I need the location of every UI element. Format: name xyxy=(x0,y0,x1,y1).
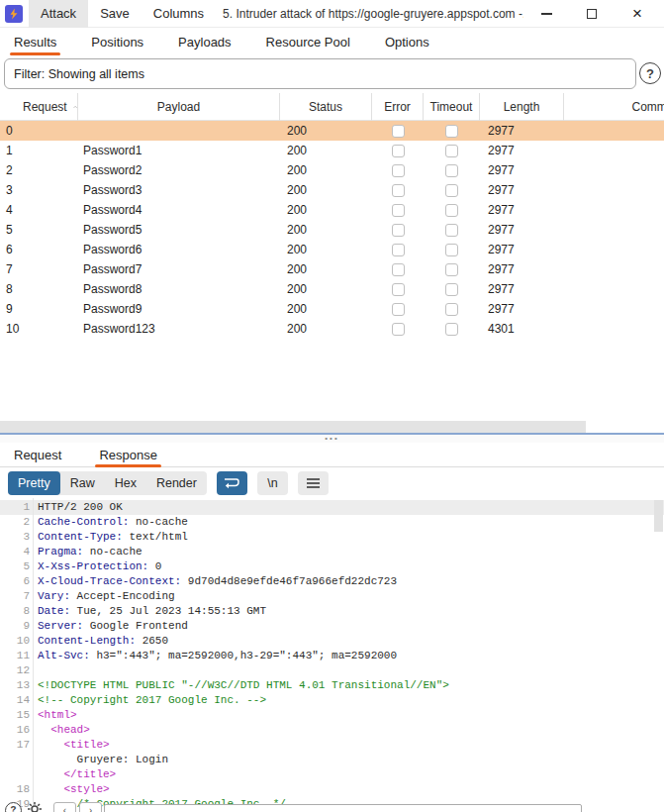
timeout-checkbox[interactable] xyxy=(445,204,458,217)
help-icon[interactable]: ? xyxy=(639,62,661,84)
tab-results[interactable]: Results xyxy=(12,28,58,55)
cell-error xyxy=(372,279,424,299)
cell-status: 200 xyxy=(280,299,372,319)
newline-toggle-button[interactable]: \n xyxy=(257,471,288,495)
view-mode-hex[interactable]: Hex xyxy=(105,471,146,495)
tab-request[interactable]: Request xyxy=(12,443,63,466)
splitter-handle-icon[interactable]: ••• xyxy=(325,435,338,443)
header-error[interactable]: Error xyxy=(372,93,424,121)
cell-payload: Password4 xyxy=(78,200,280,220)
error-checkbox[interactable] xyxy=(392,303,405,316)
table-row[interactable]: 4 Password4 200 2977 xyxy=(0,200,664,220)
tab-options[interactable]: Options xyxy=(383,28,431,55)
cell-status: 200 xyxy=(280,259,372,279)
error-checkbox[interactable] xyxy=(392,263,405,276)
menu-attack[interactable]: Attack xyxy=(29,0,88,28)
table-row[interactable]: 9 Password9 200 2977 xyxy=(0,299,664,319)
table-row[interactable]: 1 Password1 200 2977 xyxy=(0,141,664,160)
response-editor-lines: 1 HTTP/2 200 OK 2 Cache-Control: no-cach… xyxy=(0,498,664,812)
timeout-checkbox[interactable] xyxy=(445,164,458,177)
error-checkbox[interactable] xyxy=(392,204,405,217)
menu-save[interactable]: Save xyxy=(88,0,142,28)
table-row[interactable]: 0 200 2977 xyxy=(0,121,664,141)
header-length[interactable]: Length xyxy=(480,93,564,121)
search-help-icon[interactable]: ? xyxy=(5,802,22,812)
search-prev-button[interactable]: ‹ xyxy=(53,802,76,812)
gear-icon[interactable] xyxy=(27,801,43,812)
cell-status: 200 xyxy=(280,319,372,339)
timeout-checkbox[interactable] xyxy=(445,244,458,256)
error-checkbox[interactable] xyxy=(392,164,405,177)
minimize-button[interactable] xyxy=(523,0,569,28)
cell-request: 0 xyxy=(0,121,78,141)
header-payload[interactable]: Payload xyxy=(78,93,280,121)
line-content: <style> xyxy=(30,782,664,797)
menu-columns[interactable]: Columns xyxy=(142,0,216,28)
table-row[interactable]: 10 Password123 200 4301 xyxy=(0,319,664,339)
error-checkbox[interactable] xyxy=(392,184,405,197)
header-comment[interactable]: Comment xyxy=(564,93,664,121)
table-row[interactable]: 5 Password5 200 2977 xyxy=(0,220,664,240)
filter-bar[interactable]: Filter: Showing all items xyxy=(4,58,636,89)
search-next-button[interactable]: › xyxy=(79,802,102,812)
line-number: 15 xyxy=(0,708,30,723)
timeout-checkbox[interactable] xyxy=(445,145,458,157)
line-number: 8 xyxy=(0,604,30,619)
cell-error xyxy=(372,240,424,259)
response-line: 7 Vary: Accept-Encoding xyxy=(0,589,664,604)
view-mode-raw[interactable]: Raw xyxy=(60,471,105,495)
line-number: 6 xyxy=(0,574,30,589)
timeout-checkbox[interactable] xyxy=(445,323,458,336)
tab-positions[interactable]: Positions xyxy=(89,28,145,55)
view-mode-pretty[interactable]: Pretty xyxy=(8,471,60,495)
tab-response[interactable]: Response xyxy=(97,443,159,466)
error-checkbox[interactable] xyxy=(392,145,405,157)
view-mode-render[interactable]: Render xyxy=(146,471,207,495)
table-row[interactable]: 8 Password8 200 2977 xyxy=(0,279,664,299)
table-row[interactable]: 2 Password2 200 2977 xyxy=(0,160,664,180)
cell-timeout xyxy=(424,160,480,180)
line-content: Server: Google Frontend xyxy=(30,619,664,634)
response-editor[interactable]: 1 HTTP/2 200 OK 2 Cache-Control: no-cach… xyxy=(0,498,664,812)
close-button[interactable]: × xyxy=(615,0,660,28)
header-status[interactable]: Status xyxy=(280,93,372,121)
error-checkbox[interactable] xyxy=(392,125,405,138)
cell-error xyxy=(372,160,424,180)
response-line: 14 <!-- Copyright 2017 Google Inc. --> xyxy=(0,693,664,708)
table-row[interactable]: 3 Password3 200 2977 xyxy=(0,180,664,200)
cell-error xyxy=(372,220,424,240)
table-row[interactable]: 7 Password7 200 2977 xyxy=(0,259,664,279)
header-request[interactable]: Request xyxy=(0,93,78,121)
timeout-checkbox[interactable] xyxy=(445,125,458,138)
error-checkbox[interactable] xyxy=(392,283,405,296)
cell-error xyxy=(372,180,424,200)
tab-resource-pool[interactable]: Resource Pool xyxy=(264,28,352,55)
editor-menu-button[interactable] xyxy=(298,471,329,495)
error-checkbox[interactable] xyxy=(392,244,405,256)
cell-error xyxy=(372,299,424,319)
cell-request: 6 xyxy=(0,240,78,259)
horizontal-scrollbar-thumb[interactable] xyxy=(0,421,586,433)
header-timeout[interactable]: Timeout xyxy=(424,93,480,121)
line-content: <!-- Copyright 2017 Google Inc. --> xyxy=(30,693,664,708)
cell-timeout xyxy=(424,259,480,279)
timeout-checkbox[interactable] xyxy=(445,224,458,237)
intruder-attack-window: Attack Save Columns 5. Intruder attack o… xyxy=(0,0,664,812)
timeout-checkbox[interactable] xyxy=(445,283,458,296)
response-line: 15 <html> xyxy=(0,708,664,723)
editor-search-input[interactable] xyxy=(104,804,582,812)
intruder-tab-bar: Results Positions Payloads Resource Pool… xyxy=(0,28,664,55)
timeout-checkbox[interactable] xyxy=(445,263,458,276)
vertical-scrollbar-thumb[interactable] xyxy=(654,500,663,532)
maximize-button[interactable] xyxy=(569,0,615,28)
timeout-checkbox[interactable] xyxy=(445,303,458,316)
timeout-checkbox[interactable] xyxy=(445,184,458,197)
wrap-toggle-button[interactable] xyxy=(217,471,247,495)
tab-payloads[interactable]: Payloads xyxy=(176,28,233,55)
error-checkbox[interactable] xyxy=(392,323,405,336)
error-checkbox[interactable] xyxy=(392,224,405,237)
panel-splitter[interactable]: ••• xyxy=(0,433,664,443)
table-row[interactable]: 6 Password6 200 2977 xyxy=(0,240,664,259)
cell-timeout xyxy=(424,299,480,319)
cell-status: 200 xyxy=(280,240,372,259)
